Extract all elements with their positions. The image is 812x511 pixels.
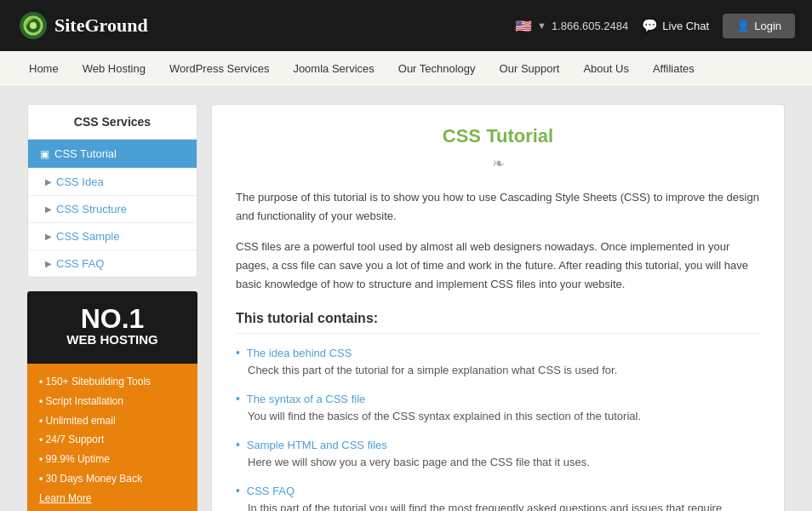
ad-feature-item: 99.9% Uptime [39,450,186,469]
sidebar-link-label: CSS Structure [56,203,127,215]
ad-feature-item: Script Installation [39,392,186,411]
nav-item-our-technology[interactable]: Our Technology [386,51,488,87]
main-content: CSS Services ▣ CSS Tutorial ▶ CSS Idea ▶… [14,87,798,511]
ad-webhosting: WEB HOSTING [39,332,186,347]
flag-icon: 🇺🇸 [515,18,532,34]
live-chat-label: Live Chat [662,20,709,32]
ad-top: NO.1 WEB HOSTING [27,291,197,364]
logo-text: SiteGround [54,14,148,37]
chat-icon: 💬 [642,18,658,33]
svg-point-2 [30,22,37,29]
bullet-icon: • [236,346,240,359]
toc-link-4[interactable]: CSS FAQ [247,485,294,497]
live-chat-button[interactable]: 💬 Live Chat [642,18,709,33]
tutorial-contains-heading: This tutorial contains: [236,311,760,334]
content-area: CSS Tutorial ❧ The purpose of this tutor… [211,104,785,511]
arrow-icon: ▶ [45,232,52,241]
sidebar-active-label: CSS Tutorial [54,147,117,160]
sidebar-box: CSS Services ▣ CSS Tutorial ▶ CSS Idea ▶… [27,104,197,278]
nav-item-affiliates[interactable]: Affiliates [641,51,706,87]
toc-link-2[interactable]: The syntax of a CSS file [247,393,365,405]
arrow-icon: ▶ [45,204,52,214]
sidebar-link-label: CSS Sample [56,230,119,243]
user-icon: 👤 [736,20,750,32]
ad-features: 150+ Sitebuilding Tools Script Installat… [27,364,197,511]
toc-desc-3: Here we will show you a very basic page … [236,454,760,472]
toc-item-4: • CSS FAQ In this part of the tutorial y… [236,484,760,511]
ad-feature-item: 150+ Sitebuilding Tools [39,372,186,392]
content-body: CSS files are a powerful tool used by al… [236,238,760,294]
sidebar-active-icon: ▣ [40,148,49,160]
ad-feature-item: Unlimited email [39,411,186,431]
sidebar-link-css-faq[interactable]: ▶ CSS FAQ [28,250,197,277]
login-label: Login [754,20,781,32]
toc-desc-1: Check this part of the tutorial for a si… [236,362,760,380]
bullet-icon: • [236,392,240,405]
header: SiteGround 🇺🇸 ▼ 1.866.605.2484 💬 Live Ch… [0,0,812,51]
header-right: 🇺🇸 ▼ 1.866.605.2484 💬 Live Chat 👤 Login [515,14,795,38]
toc-link-1[interactable]: The idea behind CSS [247,347,352,359]
logo-area: SiteGround [17,9,148,42]
toc-item-2: • The syntax of a CSS file You will find… [236,392,760,426]
phone-number: 1.866.605.2484 [552,20,628,32]
sidebar: CSS Services ▣ CSS Tutorial ▶ CSS Idea ▶… [27,104,197,511]
nav-item-about-us[interactable]: About Us [571,51,640,87]
login-button[interactable]: 👤 Login [723,14,795,38]
sidebar-active-item[interactable]: ▣ CSS Tutorial [28,140,197,168]
toc-desc-2: You will find the basics of the CSS synt… [236,408,760,426]
nav-item-our-support[interactable]: Our Support [488,51,572,87]
arrow-icon: ▶ [45,259,52,268]
toc-desc-4: In this part of the tutorial you will fi… [236,500,760,511]
phone-area: 🇺🇸 ▼ 1.866.605.2484 [515,18,628,34]
sidebar-link-label: CSS FAQ [56,257,104,270]
logo-icon [17,9,49,42]
ad-feature-item: 24/7 Support [39,430,186,450]
sidebar-link-css-structure[interactable]: ▶ CSS Structure [28,195,197,222]
nav-item-home[interactable]: Home [17,51,71,87]
sidebar-link-css-idea[interactable]: ▶ CSS Idea [28,168,197,195]
bullet-icon: • [236,484,240,497]
sidebar-link-css-sample[interactable]: ▶ CSS Sample [28,222,197,250]
title-divider: ❧ [236,154,760,173]
sidebar-title: CSS Services [28,105,197,140]
bullet-icon: • [236,438,240,451]
nav-bar: HomeWeb HostingWordPress ServicesJoomla … [0,51,812,87]
nav-item-joomla-services[interactable]: Joomla Services [281,51,386,87]
sidebar-link-label: CSS Idea [56,175,104,188]
toc-link-3[interactable]: Sample HTML and CSS files [247,439,387,451]
toc-item-1: • The idea behind CSS Check this part of… [236,346,760,380]
arrow-icon: ▶ [45,177,52,187]
content-intro: The purpose of this tutorial is to show … [236,188,760,226]
nav-item-wordpress-services[interactable]: WordPress Services [157,51,282,87]
toc-item-3: • Sample HTML and CSS files Here we will… [236,438,760,472]
ad-no1: NO.1 [39,305,186,332]
nav-item-web-hosting[interactable]: Web Hosting [71,51,157,87]
content-title: CSS Tutorial [236,125,760,147]
learn-more-link[interactable]: Learn More [39,492,91,504]
ad-feature-item: 30 Days Money Back [39,469,186,489]
ad-box: NO.1 WEB HOSTING 150+ Sitebuilding Tools… [27,291,197,511]
